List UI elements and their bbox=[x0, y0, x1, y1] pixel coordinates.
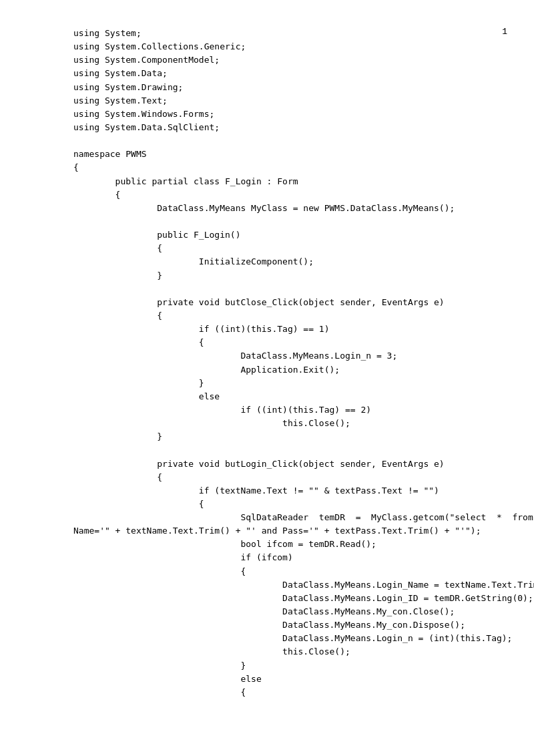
code-block: using System; using System.Collections.G… bbox=[73, 27, 494, 699]
page-number: 1 bbox=[502, 27, 507, 37]
page-container: 1 using System; using System.Collections… bbox=[0, 0, 534, 726]
